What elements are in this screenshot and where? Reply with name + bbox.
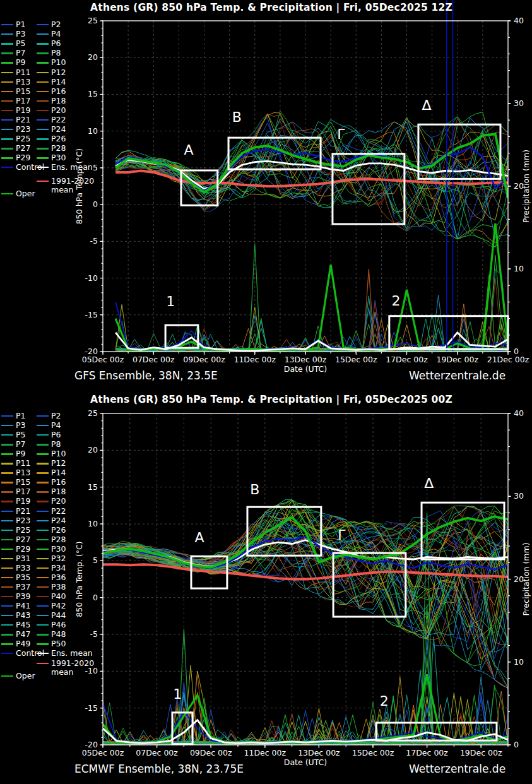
legend-swatch bbox=[1, 453, 13, 454]
legend-swatch bbox=[1, 167, 13, 168]
svg-text:05Dec 00z: 05Dec 00z bbox=[82, 355, 124, 364]
legend-label: P2 bbox=[51, 20, 61, 29]
annotation-label-Γ: Γ bbox=[338, 527, 346, 543]
legend-label: P37 bbox=[16, 583, 30, 591]
legend-swatch bbox=[37, 129, 49, 130]
legend-swatch bbox=[37, 43, 49, 44]
legend-swatch bbox=[37, 586, 49, 588]
legend-swatch bbox=[37, 605, 49, 607]
legend-swatch bbox=[1, 43, 13, 44]
legend-swatch bbox=[1, 129, 13, 130]
legend-label: P22 bbox=[51, 116, 66, 124]
legend-label: P34 bbox=[51, 564, 66, 573]
legend-label: P45 bbox=[16, 621, 30, 629]
legend-swatch bbox=[37, 453, 49, 454]
legend-swatch bbox=[37, 549, 49, 550]
annotation-label-Γ: Γ bbox=[337, 126, 345, 142]
legend-swatch bbox=[37, 472, 49, 473]
legend-swatch bbox=[37, 530, 49, 531]
legend-swatch bbox=[1, 634, 13, 635]
legend-label: P15 bbox=[16, 87, 30, 96]
legend-label: P20 bbox=[51, 106, 66, 115]
legend-label: P44 bbox=[51, 611, 66, 620]
legend-swatch bbox=[1, 472, 13, 473]
svg-text:30: 30 bbox=[514, 98, 524, 108]
legend-label: P27 bbox=[16, 144, 30, 153]
ecmwf-ensemble-panel: Athens (GR) 850 hPa Temp. & Precipitatio… bbox=[0, 392, 532, 784]
legend-label: P19 bbox=[16, 497, 30, 506]
legend-swatch bbox=[1, 110, 13, 111]
legend-swatch bbox=[1, 444, 13, 445]
legend-label: P23 bbox=[16, 125, 30, 134]
legend-label: 1991-2020mean bbox=[51, 177, 94, 194]
legend-label: P35 bbox=[16, 573, 30, 582]
legend-swatch bbox=[1, 91, 13, 92]
legend-label: P5 bbox=[16, 431, 26, 439]
annotation-label-2: 2 bbox=[391, 293, 400, 309]
legend-swatch bbox=[37, 52, 49, 54]
legend-label: P9 bbox=[16, 449, 26, 458]
legend-label: P20 bbox=[51, 497, 66, 506]
svg-text:30: 30 bbox=[514, 491, 524, 501]
legend-label: P16 bbox=[51, 478, 66, 487]
legend-swatch bbox=[37, 425, 49, 426]
legend-label: P25 bbox=[16, 134, 30, 143]
legend-swatch bbox=[37, 148, 49, 149]
legend-label: P14 bbox=[51, 468, 66, 477]
legend-label: P11 bbox=[16, 68, 30, 77]
legend-swatch bbox=[37, 72, 49, 73]
legend-swatch bbox=[1, 549, 13, 550]
legend-swatch bbox=[1, 643, 13, 644]
svg-text:05Dec 00z: 05Dec 00z bbox=[82, 748, 124, 757]
legend-label: P41 bbox=[16, 602, 30, 610]
legend-swatch bbox=[1, 434, 13, 436]
legend-label: P11 bbox=[16, 459, 30, 468]
legend-swatch bbox=[37, 415, 49, 417]
svg-text:15Dec 00z: 15Dec 00z bbox=[335, 355, 377, 364]
legend-label: P29 bbox=[16, 545, 30, 554]
legend-swatch bbox=[37, 167, 49, 168]
model-caption: ECMWF Ensemble, 38N, 23.75E bbox=[74, 763, 244, 775]
panel-title: Athens (GR) 850 hPa Temp. & Precipitatio… bbox=[9, 394, 532, 405]
gfs-ensemble-panel: Athens (GR) 850 hPa Temp. & Precipitatio… bbox=[0, 0, 532, 392]
legend-swatch bbox=[1, 567, 13, 569]
legend-label: Oper bbox=[16, 189, 35, 198]
legend-swatch bbox=[37, 491, 49, 492]
svg-text:09Dec 00z: 09Dec 00z bbox=[190, 748, 232, 757]
svg-text:10: 10 bbox=[514, 264, 524, 273]
legend-swatch bbox=[37, 119, 49, 121]
svg-text:10: 10 bbox=[514, 657, 524, 667]
legend-label: P18 bbox=[51, 97, 66, 105]
legend-label: P28 bbox=[51, 144, 66, 153]
annotation-label-Δ: Δ bbox=[424, 475, 434, 491]
legend-swatch bbox=[37, 567, 49, 569]
svg-text:13Dec 00z: 13Dec 00z bbox=[285, 355, 327, 364]
legend-swatch bbox=[1, 33, 13, 35]
svg-text:15Dec 00z: 15Dec 00z bbox=[352, 748, 394, 757]
legend-swatch bbox=[1, 52, 13, 54]
svg-text:13Dec 00z: 13Dec 00z bbox=[298, 748, 340, 757]
legend-label: P36 bbox=[51, 573, 66, 582]
legend-swatch bbox=[37, 91, 49, 92]
svg-text:40: 40 bbox=[514, 408, 524, 418]
legend-swatch bbox=[1, 511, 13, 512]
legend-label: P1 bbox=[16, 412, 26, 420]
legend-label: P27 bbox=[16, 535, 30, 544]
legend-label: P19 bbox=[16, 106, 30, 115]
legend-label: P24 bbox=[51, 125, 66, 134]
legend-label: Ens. mean bbox=[51, 649, 93, 658]
legend-swatch bbox=[37, 434, 49, 436]
legend-swatch bbox=[37, 444, 49, 445]
legend-swatch bbox=[37, 577, 49, 578]
y-axis-title-right: Precipitation (mm) bbox=[521, 542, 531, 615]
watermark: Wetterzentrale.de bbox=[409, 763, 505, 775]
legend-label: P31 bbox=[16, 554, 30, 563]
legend-swatch bbox=[1, 62, 13, 63]
legend-swatch bbox=[1, 482, 13, 483]
legend-label: P23 bbox=[16, 516, 30, 525]
legend-swatch bbox=[1, 425, 13, 426]
annotation-label-Δ: Δ bbox=[422, 97, 432, 113]
legend-swatch bbox=[1, 463, 13, 464]
legend-swatch bbox=[37, 81, 49, 83]
legend-label: P1 bbox=[16, 20, 26, 29]
